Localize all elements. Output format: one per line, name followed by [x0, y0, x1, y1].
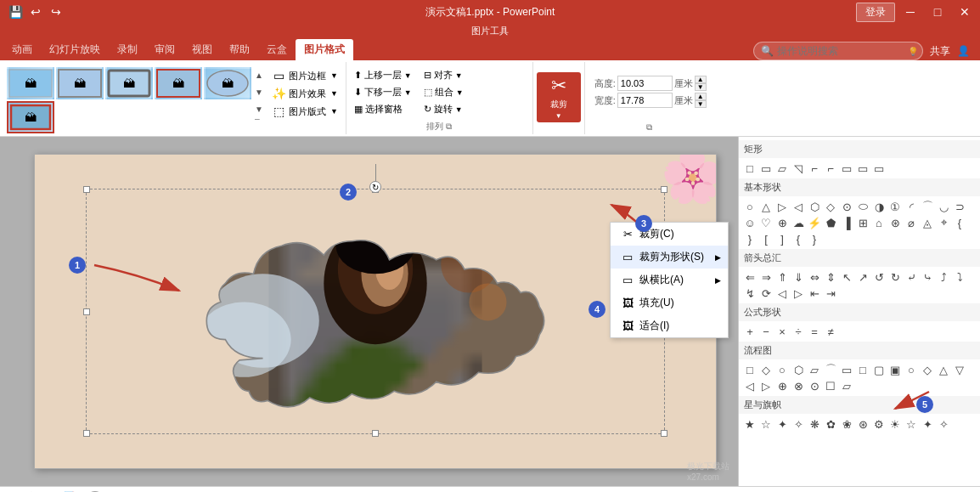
- flow-12[interactable]: ◇: [920, 362, 935, 377]
- crop-button[interactable]: ✂ 裁剪 ▼: [537, 72, 581, 122]
- arrow-6-s[interactable]: ⇕: [823, 269, 838, 285]
- basic-2[interactable]: △: [758, 199, 774, 214]
- flow-13[interactable]: △: [936, 362, 951, 377]
- height-up[interactable]: ▲: [695, 76, 707, 83]
- star-3[interactable]: ✦: [774, 416, 790, 432]
- arrow-18-s[interactable]: ▷: [791, 286, 806, 301]
- formula-5[interactable]: =: [807, 324, 822, 339]
- star-11[interactable]: ☆: [904, 416, 919, 432]
- search-input[interactable]: [777, 45, 904, 57]
- style-thumb-3[interactable]: 🏔: [105, 67, 153, 99]
- style-thumb-4[interactable]: 🏔: [155, 67, 202, 99]
- formula-3[interactable]: ×: [774, 324, 790, 339]
- size-group-expand[interactable]: ⧉: [646, 122, 652, 132]
- basic-6[interactable]: ◇: [823, 199, 838, 214]
- basic-32[interactable]: {: [791, 231, 806, 246]
- rotate-button[interactable]: ↻ 旋转 ▼: [420, 101, 468, 117]
- flow-11[interactable]: ○: [904, 362, 919, 377]
- basic-23[interactable]: ⌂: [871, 215, 887, 230]
- arrow-14-s[interactable]: ⤵: [952, 269, 967, 285]
- arrow-9-s[interactable]: ↺: [871, 269, 887, 285]
- group-button[interactable]: ⬚ 组合 ▼: [420, 84, 468, 100]
- star-13[interactable]: ✧: [936, 416, 951, 432]
- aspect-ratio-item[interactable]: ▭ 纵横比(A): [611, 269, 728, 291]
- arrow-20-s[interactable]: ⇥: [823, 286, 838, 301]
- search-bar[interactable]: 🔍 💡: [753, 42, 923, 60]
- flow-1[interactable]: □: [742, 362, 758, 377]
- flow-10[interactable]: ▣: [887, 362, 903, 377]
- tab-picture-format[interactable]: 图片格式: [296, 39, 353, 60]
- basic-16[interactable]: ♡: [758, 215, 774, 230]
- close-button[interactable]: ✕: [953, 3, 977, 20]
- share-label[interactable]: 共享: [930, 44, 950, 59]
- style-thumb-6[interactable]: 🏔: [7, 101, 54, 133]
- style-expand[interactable]: ▼─: [255, 105, 263, 123]
- style-scroll-down[interactable]: ▼: [255, 88, 263, 97]
- arrow-13-s[interactable]: ⤴: [936, 269, 951, 285]
- basic-13[interactable]: ◡: [936, 199, 951, 214]
- select-grid-button[interactable]: ▦ 选择窗格: [350, 101, 416, 117]
- cloud-image-svg[interactable]: [87, 189, 664, 433]
- basic-24[interactable]: ⊛: [887, 215, 903, 230]
- width-up[interactable]: ▲: [695, 93, 707, 100]
- tab-record[interactable]: 录制: [109, 39, 146, 60]
- star-8[interactable]: ⊛: [855, 416, 870, 432]
- crop-menu-item[interactable]: ✂ 裁剪(C): [611, 223, 728, 246]
- rect-shape-8[interactable]: ▭: [855, 161, 870, 176]
- rect-shape-4[interactable]: ◹: [791, 161, 806, 176]
- basic-30[interactable]: [: [758, 231, 774, 246]
- arrow-5-s[interactable]: ⇔: [807, 269, 822, 285]
- tab-review[interactable]: 审阅: [146, 39, 183, 60]
- basic-26[interactable]: ◬: [920, 215, 935, 230]
- move-up-button[interactable]: ⬆ 上移一层 ▼: [350, 67, 416, 83]
- flow-17[interactable]: ⊕: [774, 378, 790, 393]
- arrow-4-s[interactable]: ⇓: [791, 269, 806, 285]
- star-9[interactable]: ⚙: [871, 416, 887, 432]
- align-button[interactable]: ⊟ 对齐 ▼: [420, 67, 468, 83]
- movedown-dropdown[interactable]: ▼: [404, 88, 412, 97]
- flow-3[interactable]: ○: [774, 362, 790, 377]
- star-2[interactable]: ☆: [758, 416, 774, 432]
- basic-8[interactable]: ⬭: [855, 199, 870, 214]
- arrow-8-s[interactable]: ↗: [855, 269, 870, 285]
- tab-help[interactable]: 帮助: [221, 39, 258, 60]
- rect-shape-3[interactable]: ▱: [774, 161, 790, 176]
- star-1[interactable]: ★: [742, 416, 758, 432]
- rect-shape-2[interactable]: ▭: [758, 161, 774, 176]
- group-dropdown[interactable]: ▼: [456, 88, 464, 97]
- flow-2[interactable]: ◇: [758, 362, 774, 377]
- effect-dropdown-icon[interactable]: ▼: [330, 89, 338, 98]
- basic-25[interactable]: ⌀: [904, 215, 919, 230]
- arrow-16-s[interactable]: ⟳: [758, 286, 774, 301]
- basic-10[interactable]: ①: [887, 199, 903, 214]
- rect-shape-9[interactable]: ▭: [871, 161, 887, 176]
- flow-7[interactable]: ▭: [839, 362, 854, 377]
- flow-9[interactable]: ▢: [871, 362, 887, 377]
- basic-20[interactable]: ⬟: [823, 215, 838, 230]
- basic-19[interactable]: ⚡: [807, 215, 822, 230]
- tab-view[interactable]: 视图: [183, 39, 221, 60]
- basic-21[interactable]: ▐: [839, 215, 854, 230]
- formula-4[interactable]: ÷: [791, 324, 806, 339]
- flow-16[interactable]: ▷: [758, 378, 774, 393]
- star-5[interactable]: ❋: [807, 416, 822, 432]
- basic-29[interactable]: }: [742, 231, 758, 246]
- style-scroll-up[interactable]: ▲: [255, 71, 263, 80]
- move-down-button[interactable]: ⬇ 下移一层 ▼: [350, 84, 416, 100]
- basic-31[interactable]: ]: [774, 231, 790, 246]
- rect-shape-1[interactable]: □: [742, 161, 758, 176]
- basic-4[interactable]: ◁: [791, 199, 806, 214]
- star-10[interactable]: ☀: [887, 416, 903, 432]
- rect-shape-5[interactable]: ⌐: [807, 161, 822, 176]
- arrow-2-s[interactable]: ⇒: [758, 269, 774, 285]
- flow-4[interactable]: ⬡: [791, 362, 806, 377]
- style-thumb-2[interactable]: 🏔: [56, 67, 104, 99]
- redo-icon[interactable]: ↪: [48, 3, 65, 20]
- moveup-dropdown[interactable]: ▼: [404, 71, 412, 80]
- arrow-11-s[interactable]: ⤶: [904, 269, 919, 285]
- arrow-12-s[interactable]: ⤷: [920, 269, 935, 285]
- basic-27[interactable]: ⌖: [936, 215, 951, 230]
- arrange-group-expand[interactable]: ⧉: [446, 122, 452, 131]
- fit-item[interactable]: 🖼 适合(I): [611, 314, 728, 337]
- basic-12[interactable]: ⌒: [920, 199, 935, 214]
